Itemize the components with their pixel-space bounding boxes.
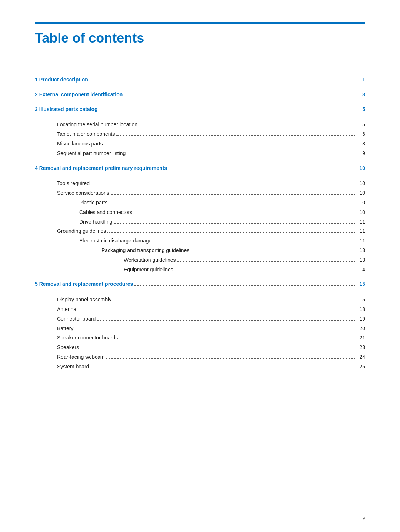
toc-page-number: 15: [356, 280, 365, 289]
toc-dots: [175, 271, 355, 271]
toc-list: 1 Product description12 External compone…: [35, 76, 365, 371]
toc-dots: [97, 320, 355, 321]
toc-dots: [75, 330, 355, 330]
toc-item: 3 Illustrated parts catalog5: [35, 105, 365, 114]
toc-dots: [119, 339, 355, 339]
toc-item: Sequential part number listing9: [35, 149, 365, 158]
toc-dots: [90, 368, 355, 368]
toc-dots: [107, 232, 355, 233]
toc-item: Drive handling11: [35, 218, 365, 227]
toc-dots: [90, 81, 355, 81]
toc-dots: [177, 261, 355, 262]
toc-dots: [91, 185, 355, 185]
toc-entry-text: Battery: [57, 324, 73, 333]
toc-page-number: 13: [356, 256, 365, 265]
toc-dots: [104, 145, 355, 145]
toc-entry-text: Rear-facing webcam: [57, 353, 104, 362]
toc-entry-text: 5 Removal and replacement procedures: [35, 280, 133, 289]
top-border: [35, 22, 365, 24]
toc-page-number: 14: [356, 265, 365, 274]
toc-dots: [80, 349, 355, 349]
toc-entry-text: Speakers: [57, 343, 79, 352]
toc-entry-text: Electrostatic discharge damage: [79, 237, 151, 245]
toc-dots: [116, 135, 355, 136]
toc-page-number: 21: [356, 334, 365, 342]
toc-item: Electrostatic discharge damage11: [35, 237, 365, 245]
toc-page-number: 25: [356, 362, 365, 371]
toc-entry-text: System board: [57, 362, 89, 371]
toc-page-number: 5: [356, 120, 365, 129]
toc-entry-text: Speaker connector boards: [57, 334, 118, 342]
toc-page-number: 24: [356, 353, 365, 362]
toc-item: Speakers23: [35, 343, 365, 352]
toc-dots: [113, 301, 355, 301]
toc-page-number: 11: [356, 218, 365, 227]
toc-entry-text: Plastic parts: [79, 198, 107, 207]
toc-item: Antenna18: [35, 305, 365, 314]
toc-page-number: 11: [356, 237, 365, 245]
toc-entry-text: Antenna: [57, 305, 76, 314]
toc-entry-text: Drive handling: [79, 218, 113, 227]
toc-item: Packaging and transporting guidelines13: [35, 246, 365, 255]
toc-dots: [169, 170, 355, 170]
toc-item: Display panel assembly15: [35, 295, 365, 304]
toc-page-number: 9: [356, 149, 365, 158]
toc-entry-text: Locating the serial number location: [57, 120, 137, 129]
toc-item: Service considerations10: [35, 189, 365, 198]
toc-page-number: 8: [356, 140, 365, 148]
toc-item: Equipment guidelines14: [35, 265, 365, 274]
toc-dots: [114, 223, 355, 224]
toc-dots: [111, 194, 355, 195]
toc-page-number: 10: [356, 208, 365, 217]
toc-item: Tools required10: [35, 179, 365, 188]
toc-page-number: 6: [356, 130, 365, 139]
toc-item: 4 Removal and replacement preliminary re…: [35, 164, 365, 173]
toc-page-number: 18: [356, 305, 365, 314]
toc-page-number: 1: [356, 76, 365, 84]
toc-dots: [78, 311, 355, 311]
toc-page-number: 15: [356, 295, 365, 304]
toc-entry-text: Packaging and transporting guidelines: [101, 246, 189, 255]
toc-item: 1 Product description1: [35, 76, 365, 84]
toc-entry-text: 1 Product description: [35, 76, 88, 84]
toc-entry-text: Sequential part number listing: [57, 149, 126, 158]
toc-page-number: 11: [356, 227, 365, 236]
toc-item: Grounding guidelines11: [35, 227, 365, 236]
toc-entry-text: Tablet major components: [57, 130, 115, 139]
toc-page-number: 10: [356, 164, 365, 173]
toc-item: Connector board19: [35, 315, 365, 324]
toc-entry-text: Tools required: [57, 179, 90, 188]
toc-dots: [99, 111, 355, 111]
toc-entry-text: Grounding guidelines: [57, 227, 106, 236]
toc-dots: [134, 285, 355, 286]
toc-page-number: 23: [356, 343, 365, 352]
toc-page-number: 20: [356, 324, 365, 333]
toc-dots: [134, 214, 355, 214]
toc-page-number: 10: [356, 189, 365, 198]
toc-item: Locating the serial number location5: [35, 120, 365, 129]
toc-dots: [191, 252, 355, 252]
toc-entry-text: Connector board: [57, 315, 96, 324]
page-title: Table of contents: [35, 30, 365, 46]
toc-item: Miscellaneous parts8: [35, 140, 365, 148]
toc-entry-text: 3 Illustrated parts catalog: [35, 105, 98, 114]
toc-dots: [127, 155, 355, 155]
toc-entry-text: Service considerations: [57, 189, 109, 198]
toc-page-number: 10: [356, 179, 365, 188]
toc-item: Plastic parts10: [35, 198, 365, 207]
toc-item: Rear-facing webcam24: [35, 353, 365, 362]
toc-dots: [106, 358, 355, 359]
toc-dots: [124, 96, 355, 96]
toc-page-number: 5: [356, 105, 365, 114]
toc-entry-text: Cables and connectors: [79, 208, 132, 217]
toc-item: Cables and connectors10: [35, 208, 365, 217]
toc-dots: [153, 242, 355, 242]
toc-dots: [109, 204, 355, 204]
toc-page-number: 13: [356, 246, 365, 255]
footer-page-number: v: [363, 515, 366, 521]
toc-entry-text: 2 External component identification: [35, 90, 123, 99]
toc-item: Workstation guidelines13: [35, 256, 365, 265]
toc-item: Speaker connector boards21: [35, 334, 365, 342]
toc-item: Tablet major components6: [35, 130, 365, 139]
toc-entry-text: 4 Removal and replacement preliminary re…: [35, 164, 167, 173]
